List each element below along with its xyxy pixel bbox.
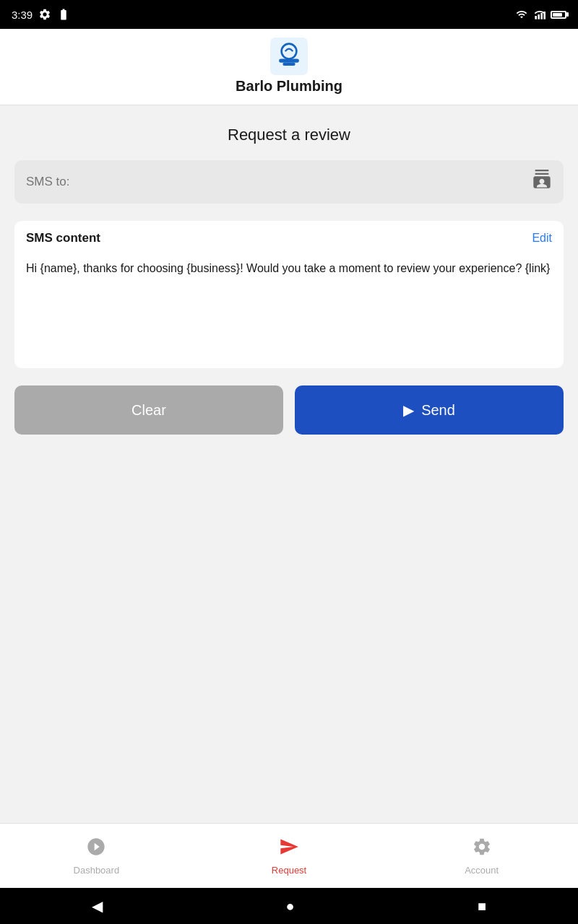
system-navigation-bar: ◀ ● ■: [0, 888, 578, 924]
wifi-icon: [514, 9, 529, 20]
send-label: Send: [421, 402, 455, 419]
battery-icon: [551, 11, 566, 19]
send-icon: ▶: [403, 401, 414, 419]
send-button[interactable]: ▶ Send: [295, 385, 564, 435]
bottom-navigation: Dashboard Request Account: [0, 823, 578, 888]
clear-button[interactable]: Clear: [14, 385, 283, 435]
nav-item-request[interactable]: Request: [193, 837, 386, 876]
battery-status-icon: [57, 8, 70, 21]
app-header: Barlo Plumbing: [0, 29, 578, 105]
action-buttons: Clear ▶ Send: [14, 385, 564, 435]
dashboard-icon: [86, 837, 106, 862]
recents-button[interactable]: ■: [478, 898, 486, 915]
request-icon: [279, 837, 299, 862]
signal-icon: [533, 9, 546, 20]
sms-to-input[interactable]: [26, 175, 532, 189]
svg-rect-2: [540, 13, 543, 19]
sms-content-section: SMS content Edit Hi {name}, thanks for c…: [14, 221, 564, 368]
svg-rect-6: [279, 58, 299, 62]
status-bar-left: 3:39: [12, 8, 70, 21]
dashboard-nav-label: Dashboard: [74, 865, 120, 876]
back-button[interactable]: ◀: [92, 897, 103, 915]
status-bar-right: [514, 9, 566, 20]
svg-rect-1: [538, 14, 540, 19]
sms-content-body: Hi {name}, thanks for choosing {business…: [14, 253, 564, 368]
app-logo: [270, 38, 308, 75]
page-title: Request a review: [14, 126, 564, 144]
sms-content-label: SMS content: [26, 231, 100, 245]
home-button[interactable]: ●: [285, 898, 294, 915]
svg-rect-7: [282, 63, 295, 66]
status-bar: 3:39: [0, 0, 578, 29]
sms-content-header: SMS content Edit: [14, 221, 564, 253]
sms-to-container[interactable]: [14, 160, 564, 204]
edit-button[interactable]: Edit: [532, 232, 552, 245]
nav-item-account[interactable]: Account: [385, 837, 578, 876]
contact-book-icon[interactable]: [532, 170, 552, 194]
account-gear-icon: [472, 837, 492, 862]
settings-icon: [38, 8, 51, 21]
main-content: Request a review SMS content Edit Hi {na…: [0, 105, 578, 823]
request-nav-label: Request: [272, 865, 306, 876]
svg-rect-0: [535, 16, 537, 19]
account-nav-label: Account: [465, 865, 499, 876]
time-display: 3:39: [12, 9, 33, 21]
svg-rect-3: [543, 12, 545, 19]
nav-item-dashboard[interactable]: Dashboard: [0, 837, 193, 876]
app-title: Barlo Plumbing: [236, 78, 342, 95]
